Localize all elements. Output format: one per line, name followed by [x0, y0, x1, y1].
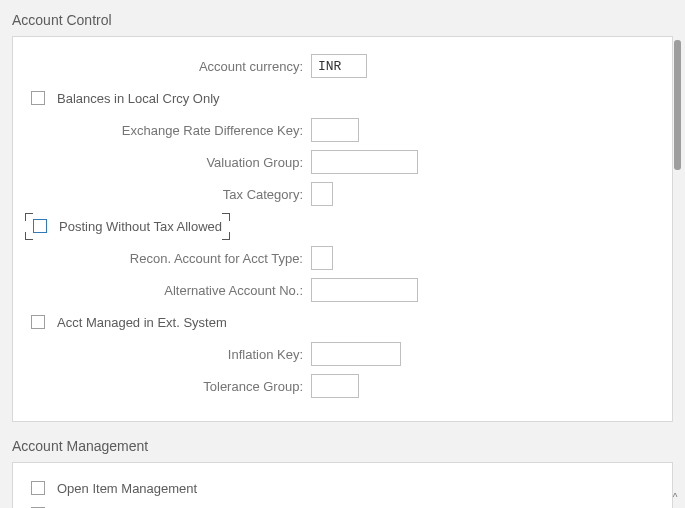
focus-corner-icon — [222, 213, 230, 221]
label-tolerance-group: Tolerance Group: — [29, 379, 311, 394]
checkbox-posting-without-tax[interactable] — [33, 219, 47, 233]
input-account-currency[interactable] — [311, 54, 367, 78]
row-tolerance-group: Tolerance Group: — [29, 371, 656, 401]
label-acct-managed-ext: Acct Managed in Ext. System — [57, 315, 227, 330]
input-recon-account[interactable] — [311, 246, 333, 270]
scroll-up-icon[interactable]: ^ — [669, 492, 681, 504]
input-tax-category[interactable] — [311, 182, 333, 206]
row-tax-category: Tax Category: — [29, 179, 656, 209]
page-root: Account Control Account currency: Balanc… — [0, 0, 685, 508]
row-acct-managed-ext: Acct Managed in Ext. System — [29, 307, 656, 337]
label-balances-local-crcy: Balances in Local Crcy Only — [57, 91, 220, 106]
row-posting-without-tax: Posting Without Tax Allowed — [25, 211, 656, 241]
focus-corner-icon — [25, 232, 33, 240]
input-valuation-group[interactable] — [311, 150, 418, 174]
scrollbar-thumb[interactable] — [674, 40, 681, 170]
checkbox-acct-managed-ext[interactable] — [31, 315, 45, 329]
input-inflation-key[interactable] — [311, 342, 401, 366]
label-alt-account-no: Alternative Account No.: — [29, 283, 311, 298]
row-inflation-key: Inflation Key: — [29, 339, 656, 369]
focus-corner-icon — [25, 213, 33, 221]
label-open-item-mgmt: Open Item Management — [57, 481, 197, 496]
checkbox-open-item-mgmt[interactable] — [31, 481, 45, 495]
section-title-account-management: Account Management — [12, 438, 673, 454]
input-tolerance-group[interactable] — [311, 374, 359, 398]
row-balances-local-crcy: Balances in Local Crcy Only — [29, 83, 656, 113]
focus-corner-icon — [222, 232, 230, 240]
label-account-currency: Account currency: — [29, 59, 311, 74]
section-title-account-control: Account Control — [12, 12, 673, 28]
row-recon-account: Recon. Account for Acct Type: — [29, 243, 656, 273]
label-tax-category: Tax Category: — [29, 187, 311, 202]
label-recon-account: Recon. Account for Acct Type: — [29, 251, 311, 266]
label-valuation-group: Valuation Group: — [29, 155, 311, 170]
row-exchange-rate-diff: Exchange Rate Difference Key: — [29, 115, 656, 145]
focus-indicator: Posting Without Tax Allowed — [25, 213, 230, 240]
scrollbar-track[interactable] — [674, 40, 681, 170]
label-posting-without-tax: Posting Without Tax Allowed — [59, 219, 222, 234]
row-account-currency: Account currency: — [29, 51, 656, 81]
label-inflation-key: Inflation Key: — [29, 347, 311, 362]
input-alt-account-no[interactable] — [311, 278, 418, 302]
panel-account-management: Open Item Management Line Item Display — [12, 462, 673, 508]
row-alt-account-no: Alternative Account No.: — [29, 275, 656, 305]
checkbox-balances-local-crcy[interactable] — [31, 91, 45, 105]
row-open-item-mgmt: Open Item Management — [29, 473, 656, 503]
row-valuation-group: Valuation Group: — [29, 147, 656, 177]
label-exchange-rate-diff: Exchange Rate Difference Key: — [29, 123, 311, 138]
input-exchange-rate-diff[interactable] — [311, 118, 359, 142]
panel-account-control: Account currency: Balances in Local Crcy… — [12, 36, 673, 422]
